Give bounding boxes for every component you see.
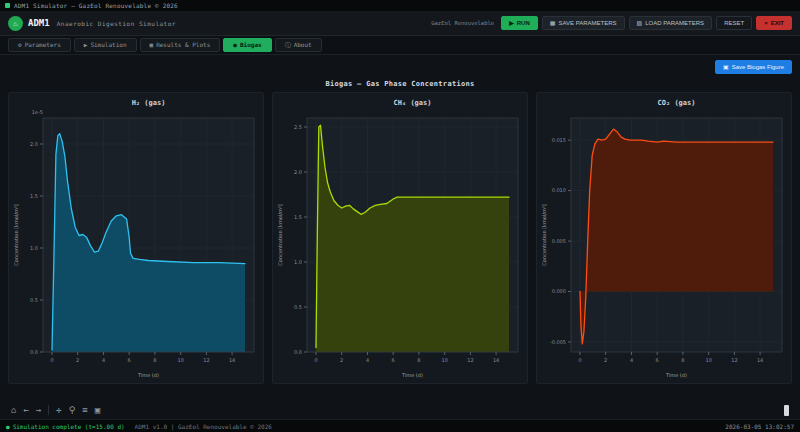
- svg-text:0: 0: [50, 357, 53, 363]
- chart-h2-gas[interactable]: 024681012140.00.51.01.52.0H₂ (gas)1e-5Ti…: [8, 92, 264, 384]
- tab-biogas[interactable]: ● Biogas: [223, 38, 271, 52]
- pan-icon[interactable]: ✛: [56, 406, 61, 415]
- chart-icon: ▦: [150, 42, 154, 48]
- app-window: ADM1 Simulator — GazEol Renouvelable © 2…: [0, 0, 800, 432]
- svg-text:Time (d): Time (d): [401, 372, 423, 378]
- svg-text:14: 14: [493, 357, 499, 363]
- load-parameters-button[interactable]: ▧ LOAD PARAMETERS: [629, 16, 713, 30]
- svg-text:10: 10: [442, 357, 448, 363]
- page-title: Biogas — Gas Phase Concentrations: [8, 76, 792, 90]
- svg-text:CH₄ (gas): CH₄ (gas): [394, 99, 432, 107]
- save-figure-toolbar-icon[interactable]: ▣: [95, 406, 100, 415]
- tab-results-plots-label: Results & Plots: [156, 42, 210, 48]
- svg-text:0.005: 0.005: [552, 238, 566, 244]
- brand-label: GazEol Renouvelable: [431, 20, 494, 26]
- svg-text:6: 6: [656, 357, 659, 363]
- tab-simulation-label: Simulation: [90, 42, 126, 48]
- tab-results-plots[interactable]: ▦ Results & Plots: [140, 38, 221, 52]
- chart-co2-gas[interactable]: 02468101214-0.0050.0000.0050.0100.015CO₂…: [536, 92, 792, 384]
- run-button[interactable]: ▶ RUN: [501, 16, 538, 30]
- exit-button[interactable]: × EXIT: [756, 16, 792, 30]
- figure-actions: ▣ Save Biogas Figure: [8, 58, 792, 76]
- play-icon: ▶: [84, 42, 88, 48]
- biogas-logo-icon: ♨: [13, 19, 18, 28]
- svg-text:1.0: 1.0: [294, 259, 302, 265]
- svg-text:14: 14: [757, 357, 763, 363]
- svg-text:8: 8: [681, 357, 684, 363]
- chart-canvas[interactable]: 024681012140.00.51.01.52.02.5CH₄ (gas)Ti…: [275, 94, 525, 382]
- toolbar-grip[interactable]: [784, 405, 789, 416]
- app-subtitle: Anaerobic Digestion Simulator: [57, 20, 176, 27]
- svg-text:Time (d): Time (d): [665, 372, 687, 378]
- zoom-icon[interactable]: ⚲: [69, 406, 76, 415]
- home-icon[interactable]: ⌂: [11, 406, 16, 415]
- reset-button-label: RESET: [724, 20, 744, 26]
- svg-text:4: 4: [630, 357, 633, 363]
- svg-text:6: 6: [128, 357, 131, 363]
- subplot-settings-icon[interactable]: ≡: [82, 406, 87, 415]
- svg-text:2: 2: [340, 357, 343, 363]
- svg-text:8: 8: [153, 357, 156, 363]
- tab-parameters-label: Parameters: [25, 42, 61, 48]
- svg-text:4: 4: [102, 357, 105, 363]
- svg-text:2: 2: [604, 357, 607, 363]
- save-figure-icon: ▣: [723, 64, 729, 70]
- version-label: ADM1 v1.0 | GazEol Renouvelable © 2026: [135, 423, 272, 430]
- window-title: ADM1 Simulator — GazEol Renouvelable © 2…: [14, 2, 178, 9]
- logo: ♨: [8, 16, 23, 31]
- svg-text:0.5: 0.5: [294, 304, 302, 310]
- gear-icon: ⚙: [18, 42, 22, 48]
- tab-simulation[interactable]: ▶ Simulation: [74, 38, 137, 52]
- svg-text:1.5: 1.5: [294, 214, 302, 220]
- svg-text:H₂ (gas): H₂ (gas): [132, 99, 166, 107]
- main-content: ▣ Save Biogas Figure Biogas — Gas Phase …: [0, 55, 800, 419]
- chart-ch4-gas[interactable]: 024681012140.00.51.01.52.02.5CH₄ (gas)Ti…: [272, 92, 528, 384]
- svg-text:12: 12: [467, 357, 473, 363]
- save-parameters-button[interactable]: ▦ SAVE PARAMETERS: [542, 16, 625, 30]
- tab-about[interactable]: ⓘ About: [275, 38, 322, 52]
- exit-button-label: EXIT: [771, 20, 784, 26]
- svg-text:Concentration [kmol/m³]: Concentration [kmol/m³]: [277, 204, 283, 266]
- back-icon[interactable]: ←: [23, 406, 28, 415]
- svg-text:1.5: 1.5: [30, 193, 38, 199]
- svg-text:10: 10: [706, 357, 712, 363]
- chart-canvas[interactable]: 024681012140.00.51.01.52.0H₂ (gas)1e-5Ti…: [11, 94, 261, 382]
- tab-parameters[interactable]: ⚙ Parameters: [8, 38, 71, 52]
- save-parameters-label: SAVE PARAMETERS: [558, 20, 616, 26]
- timestamp: 2026-03-05 13:02:57: [725, 423, 794, 430]
- svg-text:8: 8: [417, 357, 420, 363]
- svg-text:CO₂ (gas): CO₂ (gas): [658, 99, 696, 107]
- svg-text:Time (d): Time (d): [137, 372, 159, 378]
- reset-button[interactable]: RESET: [716, 16, 752, 30]
- toolbar-divider: [48, 405, 49, 415]
- info-icon: ⓘ: [285, 42, 291, 48]
- status-bar: ● Simulation complete (t=15.00 d) ADM1 v…: [0, 419, 800, 432]
- svg-text:1.0: 1.0: [30, 245, 38, 251]
- forward-icon[interactable]: →: [36, 406, 41, 415]
- svg-text:2.0: 2.0: [30, 141, 38, 147]
- svg-text:Concentration [kmol/m³]: Concentration [kmol/m³]: [13, 204, 19, 266]
- svg-text:0.010: 0.010: [552, 187, 566, 193]
- save-biogas-figure-label: Save Biogas Figure: [732, 64, 784, 70]
- app-icon: [5, 3, 10, 8]
- folder-icon: ▧: [637, 20, 643, 26]
- svg-text:-0.005: -0.005: [550, 339, 566, 345]
- svg-text:0.0: 0.0: [294, 349, 302, 355]
- header-bar: ♨ ADM1 Anaerobic Digestion Simulator Gaz…: [0, 11, 800, 36]
- svg-text:0.015: 0.015: [552, 137, 566, 143]
- chart-canvas[interactable]: 02468101214-0.0050.0000.0050.0100.015CO₂…: [539, 94, 789, 382]
- svg-text:6: 6: [392, 357, 395, 363]
- svg-text:12: 12: [731, 357, 737, 363]
- play-icon: ▶: [509, 20, 514, 26]
- svg-text:12: 12: [203, 357, 209, 363]
- svg-text:1e-5: 1e-5: [32, 109, 43, 115]
- svg-text:Concentration [kmol/m³]: Concentration [kmol/m³]: [541, 204, 547, 266]
- tab-about-label: About: [294, 42, 312, 48]
- header-actions: GazEol Renouvelable ▶ RUN ▦ SAVE PARAMET…: [431, 16, 792, 30]
- app-name: ADM1: [28, 18, 50, 28]
- svg-text:0.0: 0.0: [30, 349, 38, 355]
- svg-text:14: 14: [229, 357, 235, 363]
- dot-icon: ●: [233, 42, 237, 48]
- save-icon: ▦: [550, 20, 556, 26]
- save-biogas-figure-button[interactable]: ▣ Save Biogas Figure: [715, 60, 792, 74]
